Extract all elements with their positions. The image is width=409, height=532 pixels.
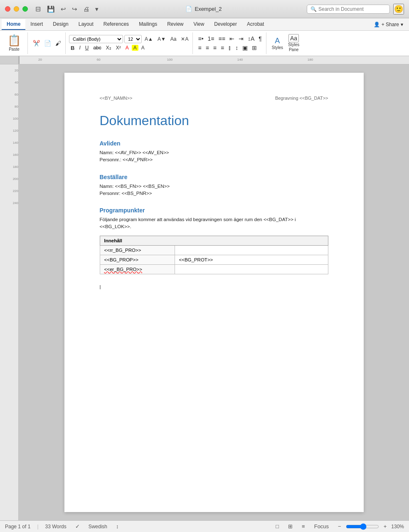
search-input[interactable] (318, 6, 386, 12)
word-count: 33 Words (45, 524, 67, 530)
subscript-button[interactable]: X₂ (104, 44, 113, 52)
underline-button[interactable]: U (84, 44, 91, 52)
avliden-line1[interactable]: Namn: <<AV_FN>> <<AV_EN>> (100, 149, 328, 156)
italic-button[interactable]: I (77, 44, 82, 52)
avliden-line2[interactable]: Personnr.: <<AV_PNR>> (100, 156, 328, 163)
tab-developer[interactable]: Developer (209, 19, 242, 30)
header-right: Begravning <<BG_DAT>> (275, 96, 328, 101)
redo-button[interactable]: ↪ (70, 5, 79, 14)
shading-button[interactable]: ▣ (241, 44, 249, 52)
page-info: Page 1 of 1 (5, 524, 30, 530)
language: Swedish (89, 524, 107, 530)
status-bar-right: □ ⊞ ≡ Focus − + 130% (273, 522, 404, 530)
table-cell-row1-col2[interactable] (175, 245, 328, 255)
tab-mailings[interactable]: Mailings (134, 19, 162, 30)
align-center-button[interactable]: ≡ (204, 44, 211, 52)
heading-avliden: Avliden (100, 140, 328, 147)
paste-icon: 📋 (7, 34, 21, 47)
ruler-tick-100: 100 (167, 58, 172, 62)
font-group: Calibri (Body) 12 A▲ A▼ Aa ✕A B I U abc … (67, 32, 193, 54)
outline-button[interactable]: ≡ (300, 522, 307, 530)
bestallare-line2[interactable]: Personnr: <<BS_PNR>> (100, 190, 328, 197)
borders-button[interactable]: ⊞ (250, 44, 259, 52)
align-left-button[interactable]: ≡ (196, 44, 203, 52)
maximize-button[interactable] (22, 6, 28, 12)
bold-button[interactable]: B (69, 44, 76, 52)
text-color-button[interactable]: A (140, 44, 146, 52)
cursor-line[interactable]: | (100, 284, 328, 289)
document-title[interactable]: Dokumentation (100, 113, 328, 128)
tab-home[interactable]: Home (2, 19, 25, 30)
left-ruler-220: 220 (13, 189, 18, 193)
programpunkter-body[interactable]: Följande program kommer att användas vid… (100, 216, 328, 231)
styles-button[interactable]: A Styles (270, 36, 285, 51)
styles-icon: A (275, 37, 280, 45)
highlight-button[interactable]: A (132, 45, 138, 51)
increase-indent-button[interactable]: ⇥ (237, 34, 245, 43)
justify-button[interactable]: ≡ (219, 44, 226, 52)
format-painter-button[interactable]: 🖌 (54, 39, 63, 47)
align-right-button[interactable]: ≡ (212, 44, 218, 52)
decrease-indent-button[interactable]: ⇤ (228, 34, 236, 43)
tab-review[interactable]: Review (162, 19, 188, 30)
tab-view[interactable]: View (189, 19, 209, 30)
tab-references[interactable]: References (99, 19, 134, 30)
search-box[interactable]: 🔍 (307, 5, 390, 14)
line-spacing-button[interactable]: ↕ (234, 44, 240, 52)
cut-button[interactable]: ✂️ (31, 39, 42, 47)
customize-button[interactable]: ▾ (93, 5, 101, 14)
sort-button[interactable]: ↕A (246, 34, 256, 43)
print-button[interactable]: 🖨 (81, 5, 91, 13)
left-ruler-20: 20 (15, 69, 18, 72)
language-button[interactable]: ↕ (114, 522, 121, 530)
zoom-out-button[interactable]: − (336, 522, 343, 530)
superscript-button[interactable]: X² (114, 44, 123, 52)
tab-layout[interactable]: Layout (74, 19, 99, 30)
track-changes-button[interactable]: ✓ (73, 522, 82, 530)
save-button[interactable]: 💾 (45, 5, 57, 14)
copy-button[interactable]: 📄 (42, 39, 53, 47)
table-cell-row3-col2[interactable] (175, 264, 328, 274)
numbering-button[interactable]: 1≡ (206, 34, 216, 43)
tab-insert[interactable]: Insert (25, 19, 48, 30)
font-size-select[interactable]: 12 (124, 35, 142, 43)
undo-button[interactable]: ↩ (59, 5, 68, 14)
web-layout-button[interactable]: ⊞ (286, 522, 295, 530)
close-button[interactable] (5, 6, 10, 12)
sidebar-toggle-button[interactable]: ⊟ (33, 4, 43, 14)
table-cell-row3-col1[interactable]: <<er_BG_PRO>> (100, 264, 175, 274)
multilevel-list-button[interactable]: ≡≡ (217, 34, 227, 43)
increase-font-button[interactable]: A▲ (143, 35, 155, 43)
tab-acrobat[interactable]: Acrobat (242, 19, 269, 30)
tab-design[interactable]: Design (48, 19, 73, 30)
table-cell-row2-col1[interactable]: <<BG_PROP>> (100, 255, 175, 264)
table-header: Innehåll (100, 236, 328, 245)
focus-button[interactable]: Focus (312, 522, 331, 530)
share-button[interactable]: 👤 + Share ▾ (370, 20, 407, 29)
bestallare-line1[interactable]: Namn: <<BS_FN>> <<BS_EN>> (100, 183, 328, 190)
font-name-select[interactable]: Calibri (Body) (69, 35, 123, 43)
zoom-in-button[interactable]: + (382, 522, 389, 530)
left-ruler-200: 200 (13, 177, 18, 181)
zoom-slider[interactable] (346, 523, 379, 530)
print-layout-button[interactable]: □ (273, 522, 281, 530)
table-cell-row2-col2[interactable]: <<BG_PROT>> (175, 255, 328, 264)
bullets-button[interactable]: ≡• (196, 34, 205, 43)
left-ruler: 20 40 60 80 100 120 140 160 180 200 220 … (0, 64, 19, 520)
document-scroll[interactable]: <<BY_NAMN>> Begravning <<BG_DAT>> Dokume… (19, 64, 409, 520)
paste-button[interactable]: 📋 Paste (4, 33, 24, 52)
show-hide-button[interactable]: ¶ (257, 34, 264, 43)
styles-pane-label: StylesPane (288, 42, 299, 52)
title-right: 🔍 🙂 (307, 4, 404, 15)
column-button[interactable]: ⫿ (227, 44, 233, 52)
change-case-button[interactable]: Aa (169, 35, 178, 43)
emoji-button[interactable]: 🙂 (393, 4, 404, 15)
minimize-button[interactable] (14, 6, 19, 12)
strikethrough-button[interactable]: abc (91, 44, 103, 52)
font-color-button[interactable]: A (124, 44, 131, 52)
clear-format-button[interactable]: ✕A (179, 35, 190, 43)
decrease-font-button[interactable]: A▼ (156, 35, 168, 43)
styles-pane-button[interactable]: Aa StylesPane (286, 33, 301, 53)
table-cell-row1-col1[interactable]: <<rr_BG_PRO>> (100, 245, 175, 255)
document-page: <<BY_NAMN>> Begravning <<BG_DAT>> Dokume… (64, 73, 364, 512)
